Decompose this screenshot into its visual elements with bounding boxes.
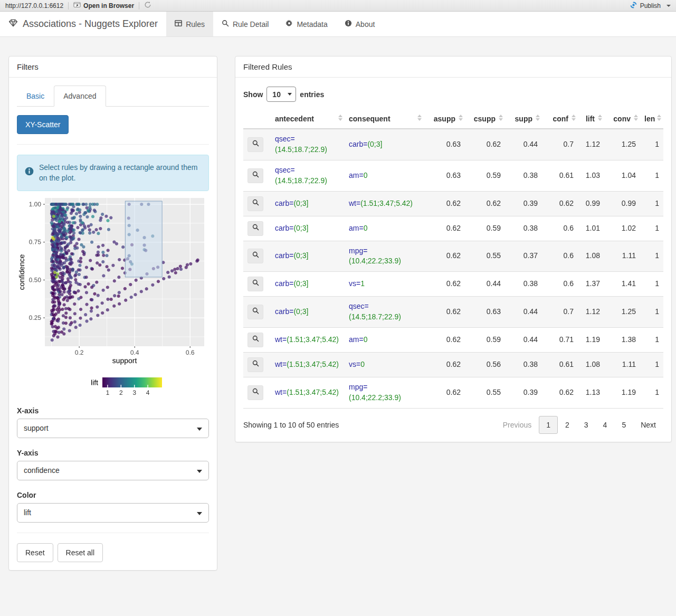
publish-label: Publish xyxy=(640,2,661,10)
len-cell: 1 xyxy=(640,216,663,241)
column-header-conf[interactable]: conf xyxy=(542,109,578,129)
gem-icon xyxy=(8,18,18,30)
column-header-antecedent[interactable]: antecedent xyxy=(271,109,345,129)
color-value: lift xyxy=(24,508,31,517)
page-length-select[interactable]: 10 xyxy=(266,87,296,102)
table-row: wt=(1.51;3.47;5.42)mpg=(10.4;22.2;33.9)0… xyxy=(243,377,663,409)
detail-column-header xyxy=(243,109,271,129)
consequent-cell: carb=(0;3] xyxy=(345,129,424,160)
rule-detail-button[interactable] xyxy=(247,249,263,263)
conf-cell: 0.6 xyxy=(542,272,578,297)
csupp-cell: 0.59 xyxy=(465,328,505,353)
search-icon xyxy=(252,387,259,398)
column-header-csupp[interactable]: csupp xyxy=(465,109,505,129)
consequent-cell: am=0 xyxy=(345,328,424,353)
tab-metadata[interactable]: Metadata xyxy=(277,12,336,36)
publish-caret-icon xyxy=(667,5,671,7)
supp-cell: 0.38 xyxy=(505,216,542,241)
search-icon xyxy=(252,251,259,261)
conv-cell: 1.04 xyxy=(604,160,640,191)
entries-label: entries xyxy=(300,90,324,99)
len-cell: 1 xyxy=(640,241,663,272)
tab-rule-detail[interactable]: Rule Detail xyxy=(213,12,277,36)
conv-cell: 1.11 xyxy=(604,241,640,272)
info-circle-icon xyxy=(25,167,34,178)
viewer-toolbar: http://127.0.0.1:6612 Open in Browser Pu… xyxy=(0,0,676,12)
x-axis-value: support xyxy=(24,424,49,432)
y-axis-select[interactable]: confidence xyxy=(17,461,209,480)
scatter-plot[interactable] xyxy=(17,194,207,401)
conf-cell: 0.6 xyxy=(542,241,578,272)
refresh-button[interactable] xyxy=(144,1,151,10)
asupp-cell: 0.62 xyxy=(424,241,465,272)
antecedent-cell: wt=(1.51;3.47;5.42) xyxy=(271,377,345,409)
csupp-cell: 0.44 xyxy=(465,272,505,297)
filters-panel: Filters Basic Advanced XY-Scatter Select… xyxy=(8,56,217,571)
publish-button[interactable]: Publish xyxy=(630,1,671,11)
x-axis-label: X-axis xyxy=(17,406,209,415)
tab-about[interactable]: About xyxy=(336,12,384,36)
table-row: wt=(1.51;3.47;5.42)vs=00.620.560.380.611… xyxy=(243,353,663,377)
color-select[interactable]: lift xyxy=(17,503,209,523)
reset-button[interactable]: Reset xyxy=(17,543,53,562)
asupp-cell: 0.63 xyxy=(424,129,465,160)
lift-cell: 1.12 xyxy=(578,129,604,160)
rule-detail-button[interactable] xyxy=(247,196,263,211)
antecedent-cell: carb=(0;3] xyxy=(271,241,345,272)
tab-basic[interactable]: Basic xyxy=(17,86,54,107)
publish-icon xyxy=(630,1,637,11)
table-row: carb=(0;3]vs=10.620.440.380.61.371.411 xyxy=(243,272,663,297)
rule-detail-button[interactable] xyxy=(247,357,263,372)
rule-detail-button[interactable] xyxy=(247,137,263,152)
antecedent-cell: carb=(0;3] xyxy=(271,272,345,297)
column-header-supp[interactable]: supp xyxy=(505,109,542,129)
lift-cell: 1.37 xyxy=(578,272,604,297)
conf-cell: 0.71 xyxy=(542,328,578,353)
reset-all-button[interactable]: Reset all xyxy=(58,543,103,562)
pagination-page-3[interactable]: 3 xyxy=(577,416,596,434)
column-header-consequent[interactable]: consequent xyxy=(345,109,424,129)
sort-icon xyxy=(598,115,602,121)
table-row: qsec=(14.5;18.7;22.9)am=00.630.590.380.6… xyxy=(243,160,663,191)
conv-cell: 1.25 xyxy=(604,129,640,160)
tab-rules[interactable]: Rules xyxy=(166,12,213,36)
len-cell: 1 xyxy=(640,272,663,297)
open-in-browser-button[interactable]: Open in Browser xyxy=(73,2,134,10)
x-axis-select[interactable]: support xyxy=(17,419,209,438)
filtered-rules-title: Filtered Rules xyxy=(235,56,671,78)
column-header-lift[interactable]: lift xyxy=(578,109,604,129)
pagination-page-2[interactable]: 2 xyxy=(558,416,577,434)
color-label: Color xyxy=(17,491,209,499)
pagination-previous[interactable]: Previous xyxy=(496,416,539,434)
len-cell: 1 xyxy=(640,297,663,328)
search-icon xyxy=(252,359,259,370)
rule-detail-button[interactable] xyxy=(247,305,263,319)
rule-detail-button[interactable] xyxy=(247,333,263,347)
tab-advanced[interactable]: Advanced xyxy=(54,86,106,107)
column-header-asupp[interactable]: asupp xyxy=(424,109,465,129)
consequent-cell: mpg=(10.4;22.2;33.9) xyxy=(345,241,424,272)
pagination-next[interactable]: Next xyxy=(633,416,663,434)
conv-cell: 1.38 xyxy=(604,328,640,353)
supp-cell: 0.44 xyxy=(505,129,542,160)
conf-cell: 0.7 xyxy=(542,129,578,160)
conf-cell: 0.62 xyxy=(542,377,578,409)
xy-scatter-button[interactable]: XY-Scatter xyxy=(17,115,69,134)
search-icon xyxy=(252,307,259,317)
conv-cell: 1.25 xyxy=(604,297,640,328)
column-header-conv[interactable]: conv xyxy=(604,109,640,129)
consequent-cell: vs=1 xyxy=(345,272,424,297)
rule-detail-button[interactable] xyxy=(247,277,263,291)
lift-cell: 1.08 xyxy=(578,353,604,377)
antecedent-cell: qsec=(14.5;18.7;22.9) xyxy=(271,160,345,191)
rule-detail-button[interactable] xyxy=(247,221,263,236)
antecedent-cell: wt=(1.51;3.47;5.42) xyxy=(271,353,345,377)
pagination-page-5[interactable]: 5 xyxy=(614,416,633,434)
rule-detail-button[interactable] xyxy=(247,385,263,400)
pagination-page-1[interactable]: 1 xyxy=(539,416,558,434)
pagination-page-4[interactable]: 4 xyxy=(596,416,615,434)
gear-icon xyxy=(285,20,293,29)
column-header-len[interactable]: len xyxy=(640,109,663,129)
conf-cell: 0.62 xyxy=(542,191,578,216)
rule-detail-button[interactable] xyxy=(247,168,263,183)
